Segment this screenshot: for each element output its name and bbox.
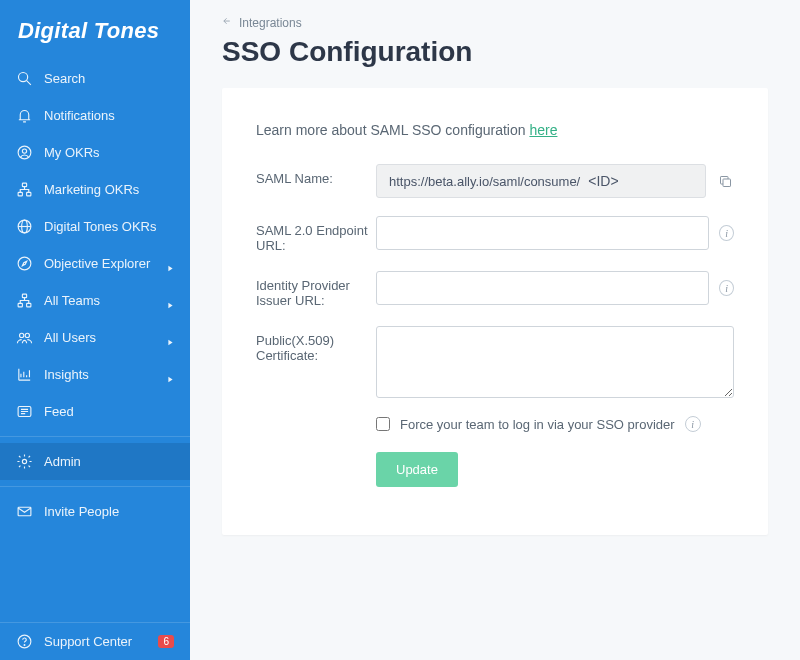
caret-right-icon bbox=[167, 297, 174, 304]
user-circle-icon bbox=[16, 144, 33, 161]
sidebar-nav: Search Notifications My OKRs Marketing O… bbox=[0, 60, 190, 622]
saml-name-label: SAML Name: bbox=[256, 164, 376, 186]
svg-marker-19 bbox=[168, 377, 172, 383]
info-icon[interactable]: i bbox=[719, 225, 734, 241]
teams-tree-icon bbox=[16, 292, 33, 309]
copy-icon bbox=[718, 174, 733, 189]
svg-point-17 bbox=[25, 333, 29, 337]
svg-rect-12 bbox=[22, 294, 26, 298]
svg-marker-11 bbox=[168, 266, 172, 272]
svg-line-1 bbox=[27, 81, 31, 85]
svg-rect-14 bbox=[27, 303, 31, 307]
sidebar-item-feed[interactable]: Feed bbox=[0, 393, 190, 430]
sidebar: Digital Tones Search Notifications My OK… bbox=[0, 0, 190, 660]
sidebar-item-label: Digital Tones OKRs bbox=[44, 219, 174, 234]
svg-rect-25 bbox=[723, 179, 731, 187]
row-saml-name: SAML Name: https://beta.ally.io/saml/con… bbox=[256, 164, 734, 198]
tree-icon bbox=[16, 181, 33, 198]
sidebar-item-label: Invite People bbox=[44, 504, 174, 519]
sidebar-item-search[interactable]: Search bbox=[0, 60, 190, 97]
breadcrumb[interactable]: Integrations bbox=[222, 0, 768, 36]
learn-more-prefix: Learn more about SAML SSO configuration bbox=[256, 122, 529, 138]
issuer-input[interactable] bbox=[376, 271, 709, 305]
sidebar-item-all-users[interactable]: All Users bbox=[0, 319, 190, 356]
row-certificate: Public(X.509) Certificate: bbox=[256, 326, 734, 398]
svg-rect-22 bbox=[18, 507, 31, 516]
users-icon bbox=[16, 329, 33, 346]
certificate-label: Public(X.509) Certificate: bbox=[256, 326, 376, 363]
sidebar-item-insights[interactable]: Insights bbox=[0, 356, 190, 393]
caret-right-icon bbox=[167, 371, 174, 378]
page-title: SSO Configuration bbox=[222, 36, 768, 68]
copy-button[interactable] bbox=[716, 172, 734, 190]
saml-url-prefix: https://beta.ally.io/saml/consume/ bbox=[389, 174, 580, 189]
learn-more-link[interactable]: here bbox=[529, 122, 557, 138]
caret-right-icon bbox=[167, 334, 174, 341]
main-content: Integrations SSO Configuration Learn mor… bbox=[190, 0, 800, 660]
info-icon[interactable]: i bbox=[719, 280, 734, 296]
sidebar-item-objective-explorer[interactable]: Objective Explorer bbox=[0, 245, 190, 282]
svg-point-0 bbox=[18, 72, 27, 81]
svg-marker-18 bbox=[168, 340, 172, 346]
divider bbox=[0, 486, 190, 487]
svg-rect-4 bbox=[22, 183, 26, 187]
sidebar-item-label: Objective Explorer bbox=[44, 256, 167, 271]
sidebar-bottom: Support Center 6 bbox=[0, 622, 190, 660]
sidebar-item-label: Admin bbox=[44, 454, 174, 469]
sidebar-item-support-center[interactable]: Support Center 6 bbox=[0, 623, 190, 660]
support-badge: 6 bbox=[158, 635, 174, 648]
sidebar-item-notifications[interactable]: Notifications bbox=[0, 97, 190, 134]
compass-icon bbox=[16, 255, 33, 272]
sidebar-item-admin[interactable]: Admin bbox=[0, 443, 190, 480]
endpoint-label: SAML 2.0 Endpoint URL: bbox=[256, 216, 376, 253]
divider bbox=[0, 436, 190, 437]
svg-point-24 bbox=[24, 645, 25, 646]
update-button[interactable]: Update bbox=[376, 452, 458, 487]
saml-id-slot: <ID> bbox=[588, 173, 618, 189]
globe-icon bbox=[16, 218, 33, 235]
caret-right-icon bbox=[167, 260, 174, 267]
sidebar-item-label: Support Center bbox=[44, 634, 158, 649]
sidebar-item-label: My OKRs bbox=[44, 145, 174, 160]
sidebar-item-my-okrs[interactable]: My OKRs bbox=[0, 134, 190, 171]
help-icon bbox=[16, 633, 33, 650]
row-force-sso: Force your team to log in via your SSO p… bbox=[376, 416, 734, 432]
certificate-input[interactable] bbox=[376, 326, 734, 398]
saml-name-readonly: https://beta.ally.io/saml/consume/ <ID> bbox=[376, 164, 706, 198]
issuer-label: Identity Provider Issuer URL: bbox=[256, 271, 376, 308]
force-sso-label[interactable]: Force your team to log in via your SSO p… bbox=[400, 417, 675, 432]
bell-icon bbox=[16, 107, 33, 124]
force-sso-checkbox[interactable] bbox=[376, 417, 390, 431]
sidebar-item-label: All Teams bbox=[44, 293, 167, 308]
info-icon[interactable]: i bbox=[685, 416, 701, 432]
learn-more-text: Learn more about SAML SSO configuration … bbox=[256, 122, 734, 138]
svg-marker-10 bbox=[22, 261, 26, 265]
svg-point-21 bbox=[22, 459, 26, 463]
row-issuer-url: Identity Provider Issuer URL: i bbox=[256, 271, 734, 308]
sidebar-item-label: Search bbox=[44, 71, 174, 86]
gear-icon bbox=[16, 453, 33, 470]
endpoint-input[interactable] bbox=[376, 216, 709, 250]
mail-icon bbox=[16, 503, 33, 520]
sidebar-item-digital-tones-okrs[interactable]: Digital Tones OKRs bbox=[0, 208, 190, 245]
sidebar-item-label: Feed bbox=[44, 404, 174, 419]
svg-rect-13 bbox=[18, 303, 22, 307]
sidebar-item-label: Notifications bbox=[44, 108, 174, 123]
search-icon bbox=[16, 70, 33, 87]
sidebar-item-invite-people[interactable]: Invite People bbox=[0, 493, 190, 530]
svg-point-16 bbox=[20, 333, 24, 337]
feed-icon bbox=[16, 403, 33, 420]
sidebar-item-marketing-okrs[interactable]: Marketing OKRs bbox=[0, 171, 190, 208]
brand-title: Digital Tones bbox=[0, 0, 190, 60]
chart-icon bbox=[16, 366, 33, 383]
sidebar-item-label: Marketing OKRs bbox=[44, 182, 174, 197]
sidebar-item-all-teams[interactable]: All Teams bbox=[0, 282, 190, 319]
sidebar-item-label: All Users bbox=[44, 330, 167, 345]
svg-point-3 bbox=[22, 149, 26, 153]
svg-marker-15 bbox=[168, 303, 172, 309]
config-card: Learn more about SAML SSO configuration … bbox=[222, 88, 768, 535]
svg-rect-6 bbox=[27, 192, 31, 196]
row-endpoint-url: SAML 2.0 Endpoint URL: i bbox=[256, 216, 734, 253]
svg-rect-5 bbox=[18, 192, 22, 196]
svg-point-9 bbox=[18, 257, 31, 270]
